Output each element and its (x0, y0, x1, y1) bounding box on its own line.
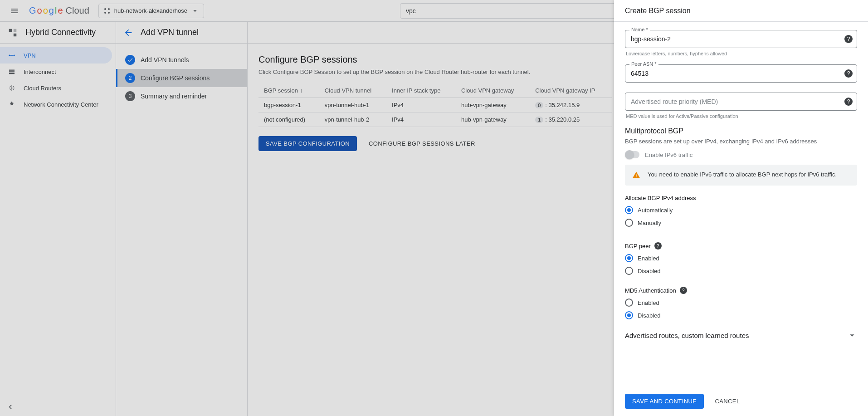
sort-arrow-up-icon: ↑ (300, 87, 303, 94)
md5-title: MD5 Authentication ? (625, 287, 857, 294)
back-button[interactable] (123, 28, 133, 38)
cell-gateway: hub-vpn-gateway (456, 113, 530, 127)
collapse-nav-button[interactable] (5, 402, 15, 411)
asn-field-wrapper: Peer ASN * ? (625, 64, 857, 83)
radio-label: Automatically (638, 207, 673, 214)
md5-help-icon[interactable]: ? (680, 287, 687, 294)
radio-icon (625, 206, 633, 214)
nav-item-cloud-routers[interactable]: Cloud Routers (0, 80, 116, 96)
cell-tunnel: vpn-tunnel-hub-1 (319, 98, 386, 113)
alloc-option-automatically[interactable]: Automatically (625, 206, 857, 214)
svg-point-2 (104, 12, 106, 14)
radio-icon (625, 267, 633, 275)
project-picker[interactable]: hub-network-alexanderhose (98, 4, 204, 18)
radio-icon (625, 299, 633, 307)
alloc-title: Allocate BGP IPv4 address (625, 195, 857, 201)
radio-icon (625, 219, 633, 227)
nav-item-label: Network Connectivity Center (24, 101, 98, 108)
warning-icon (632, 171, 640, 179)
page-title: Add VPN tunnel (141, 28, 199, 37)
cell-tunnel: vpn-tunnel-hub-2 (319, 113, 386, 127)
ipv6-toggle[interactable] (625, 151, 639, 158)
radio-icon (625, 311, 633, 319)
save-and-continue-button[interactable]: SAVE AND CONTINUE (625, 394, 704, 409)
wizard-step-2[interactable]: 2Configure BGP sessions (116, 69, 247, 87)
ipv6-warning-banner: You need to enable IPv6 traffic to alloc… (625, 165, 857, 186)
asn-help-icon[interactable]: ? (844, 69, 853, 78)
svg-point-1 (108, 8, 110, 10)
asn-input[interactable] (625, 64, 857, 83)
table-header[interactable]: Cloud VPN gateway (456, 83, 530, 98)
svg-point-0 (104, 8, 106, 10)
cancel-button[interactable]: CANCEL (711, 394, 743, 409)
create-bgp-panel: Create BGP session Name * ? Lowercase le… (614, 0, 868, 416)
table-row[interactable]: bgp-session-1vpn-tunnel-hub-1IPv4hub-vpn… (258, 98, 612, 113)
md5-title-text: MD5 Authentication (625, 287, 676, 294)
svg-rect-12 (9, 73, 15, 74)
name-help-icon[interactable]: ? (844, 35, 853, 43)
hybrid-connectivity-icon (7, 27, 18, 38)
nav-section-title-row: Hybrid Connectivity (0, 22, 116, 44)
table-header[interactable]: Cloud VPN gateway IP (530, 83, 612, 98)
peer-option-enabled[interactable]: Enabled (625, 254, 857, 262)
nav-item-label: Cloud Routers (24, 85, 61, 92)
hamburger-menu-button[interactable] (4, 0, 25, 22)
caret-down-icon (191, 7, 199, 15)
peer-option-disabled[interactable]: Disabled (625, 267, 857, 275)
multiprotocol-title: Multiprotocol BGP (625, 127, 857, 135)
table-header[interactable]: Inner IP stack type (386, 83, 456, 98)
save-bgp-config-button[interactable]: SAVE BGP CONFIGURATION (258, 136, 357, 151)
panel-title: Create BGP session (614, 0, 868, 22)
name-field-wrapper: Name * ? (625, 30, 857, 48)
svg-rect-9 (10, 55, 14, 56)
wizard-step-1[interactable]: Add VPN tunnels (116, 51, 247, 69)
md5-option-enabled[interactable]: Enabled (625, 299, 857, 307)
cell-stack: IPv4 (386, 113, 456, 127)
google-cloud-logo[interactable]: Google Cloud (29, 5, 89, 16)
left-nav: Hybrid Connectivity VPNInterconnectCloud… (0, 22, 116, 416)
nav-icon (7, 51, 16, 59)
table-row[interactable]: (not configured)vpn-tunnel-hub-2IPv4hub-… (258, 113, 612, 127)
nav-icon (7, 68, 16, 76)
md5-option-disabled[interactable]: Disabled (625, 311, 857, 319)
nav-item-interconnect[interactable]: Interconnect (0, 64, 116, 80)
svg-point-3 (108, 12, 110, 14)
ipv6-toggle-label: Enable IPv6 traffic (645, 152, 692, 158)
svg-point-8 (14, 55, 15, 56)
med-help-icon[interactable]: ? (844, 98, 853, 106)
multiprotocol-subtitle: BGP sessions are set up over IPv4, excha… (625, 138, 857, 145)
svg-rect-11 (9, 71, 15, 72)
nav-item-vpn[interactable]: VPN (0, 47, 112, 64)
nav-section-title: Hybrid Connectivity (25, 28, 96, 37)
svg-point-7 (9, 55, 10, 56)
chevron-down-icon (847, 330, 857, 340)
svg-rect-6 (14, 29, 16, 31)
wizard-step-3[interactable]: 3Summary and reminder (116, 87, 247, 105)
radio-label: Manually (638, 220, 661, 226)
bgp-peer-help-icon[interactable]: ? (654, 242, 662, 250)
step-number-badge: 2 (125, 73, 135, 83)
cell-bgp: (not configured) (258, 113, 319, 127)
menu-icon (10, 6, 19, 15)
step-number-badge (125, 55, 135, 65)
step-label: Add VPN tunnels (141, 56, 189, 64)
nav-item-label: VPN (24, 52, 36, 59)
name-helper: Lowercase letters, numbers, hyphens allo… (626, 51, 856, 56)
configure-later-button[interactable]: CONFIGURE BGP SESSIONS LATER (365, 136, 479, 151)
name-input[interactable] (625, 30, 857, 48)
med-input[interactable] (625, 93, 857, 111)
radio-label: Enabled (638, 299, 659, 306)
advertised-routes-expander[interactable]: Advertised routes, custom learned routes (625, 324, 857, 347)
alloc-option-manually[interactable]: Manually (625, 219, 857, 227)
table-header[interactable]: Cloud VPN tunnel (319, 83, 386, 98)
bgp-peer-title-text: BGP peer (625, 243, 651, 250)
svg-point-13 (11, 88, 13, 89)
nav-icon (7, 84, 16, 92)
nav-item-network-connectivity-center[interactable]: Network Connectivity Center (0, 96, 116, 113)
cell-gateway: hub-vpn-gateway (456, 98, 530, 113)
name-label: Name * (629, 27, 650, 32)
table-header[interactable]: BGP session↑ (258, 83, 319, 98)
chevron-left-icon (5, 402, 15, 411)
wizard-steps-column: Add VPN tunnels2Configure BGP sessions3S… (116, 22, 248, 416)
arrow-left-icon (123, 28, 133, 38)
